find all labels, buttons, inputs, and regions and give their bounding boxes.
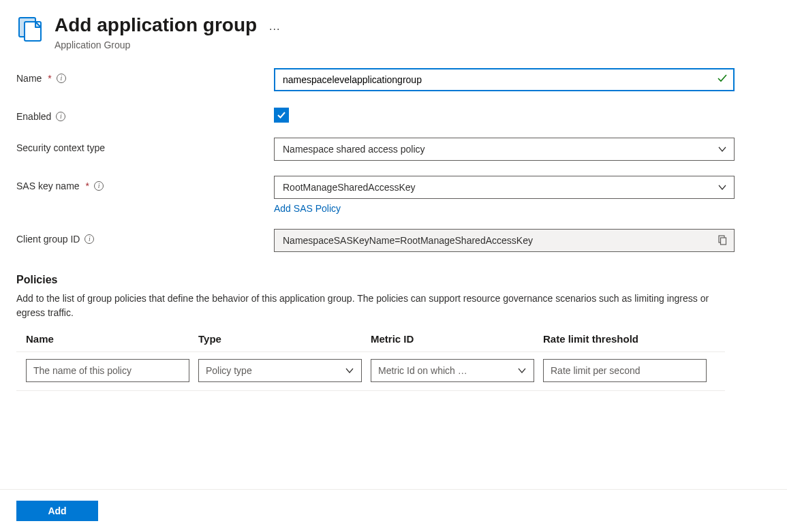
info-icon[interactable]: i bbox=[57, 74, 66, 83]
enabled-checkbox[interactable] bbox=[274, 108, 289, 123]
security-context-value: Namespace shared access policy bbox=[283, 144, 425, 155]
required-indicator: * bbox=[48, 73, 51, 84]
sas-key-label: SAS key name bbox=[16, 181, 80, 191]
page-subtitle: Application Group bbox=[55, 40, 257, 50]
policies-heading: Policies bbox=[16, 274, 771, 286]
policy-type-placeholder: Policy type bbox=[206, 365, 252, 376]
add-sas-policy-link[interactable]: Add SAS Policy bbox=[274, 203, 341, 214]
policy-row: Policy type Metric Id on which … bbox=[16, 352, 725, 391]
copy-icon[interactable] bbox=[717, 235, 727, 245]
column-threshold: Rate limit threshold bbox=[543, 333, 715, 345]
info-icon[interactable]: i bbox=[94, 181, 104, 191]
enabled-label: Enabled bbox=[16, 111, 51, 122]
resource-icon bbox=[16, 15, 45, 44]
add-button[interactable]: Add bbox=[16, 501, 98, 521]
security-context-select[interactable]: Namespace shared access policy bbox=[274, 138, 735, 161]
chevron-down-icon bbox=[717, 183, 727, 192]
column-type: Type bbox=[198, 333, 371, 345]
page-title: Add application group bbox=[55, 14, 257, 37]
policy-threshold-input[interactable] bbox=[543, 359, 707, 382]
client-group-id-value: NamespaceSASKeyName=RootManageSharedAcce… bbox=[283, 235, 533, 246]
policies-description: Add to the list of group policies that d… bbox=[16, 292, 711, 321]
sas-key-value: RootManageSharedAccessKey bbox=[283, 182, 416, 193]
sas-key-select[interactable]: RootManageSharedAccessKey bbox=[274, 176, 735, 199]
more-menu-button[interactable]: ··· bbox=[269, 23, 280, 35]
security-context-label: Security context type bbox=[16, 142, 105, 153]
info-icon[interactable]: i bbox=[84, 234, 94, 244]
policy-metric-placeholder: Metric Id on which … bbox=[378, 365, 467, 376]
policy-metric-select[interactable]: Metric Id on which … bbox=[371, 359, 534, 382]
column-metric: Metric ID bbox=[371, 333, 543, 345]
policy-name-input[interactable] bbox=[26, 359, 189, 382]
required-indicator: * bbox=[86, 181, 89, 191]
chevron-down-icon bbox=[717, 144, 727, 154]
svg-rect-3 bbox=[721, 238, 726, 245]
client-group-id-field: NamespaceSASKeyName=RootManageSharedAcce… bbox=[274, 229, 735, 252]
info-icon[interactable]: i bbox=[56, 112, 65, 121]
chevron-down-icon bbox=[517, 366, 527, 375]
name-label: Name bbox=[16, 73, 42, 84]
name-input[interactable] bbox=[274, 68, 735, 91]
column-name: Name bbox=[26, 333, 198, 345]
chevron-down-icon bbox=[345, 366, 354, 375]
policy-type-select[interactable]: Policy type bbox=[198, 359, 362, 382]
client-group-id-label: Client group ID bbox=[16, 234, 80, 245]
